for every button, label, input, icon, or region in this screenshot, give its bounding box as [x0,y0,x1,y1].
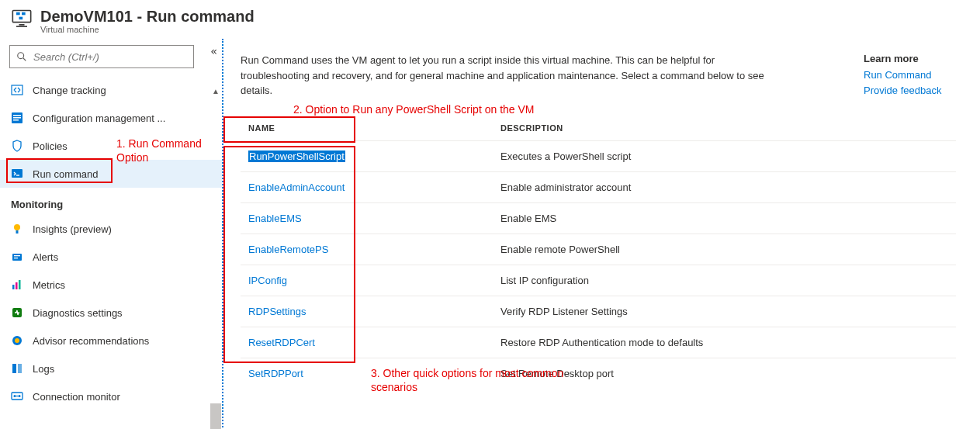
svg-point-6 [18,53,24,59]
command-name[interactable]: IPConfig [248,275,287,286]
vm-icon [11,8,33,29]
command-name[interactable]: RDPSettings [248,306,306,317]
table-row[interactable]: ResetRDPCertRestore RDP Authentication m… [241,327,956,358]
svg-rect-4 [19,24,25,26]
svg-rect-3 [19,17,23,20]
command-description-cell: Executes a PowerShell script [493,140,956,171]
connection-monitor-icon [11,390,23,403]
command-name[interactable]: EnableRemotePS [248,244,328,255]
table-row[interactable]: RDPSettingsVerify RDP Listener Settings [241,296,956,327]
command-name[interactable]: EnableAdminAccount [248,182,345,193]
svg-rect-20 [12,285,15,289]
diagnostics-icon [11,306,23,319]
table-row[interactable]: EnableEMSEnable EMS [241,202,956,234]
svg-rect-27 [18,364,22,373]
alerts-icon [11,251,23,263]
scroll-thumb[interactable] [210,403,221,429]
main-content: Run Command uses the VM agent to let you… [223,39,980,429]
learn-link-feedback[interactable]: Provide feedback [864,83,964,99]
sidebar-search[interactable] [9,45,194,68]
svg-rect-17 [12,254,22,261]
command-description-cell: Enable remote PowerShell [493,234,956,265]
sidebar-item-label: Advisor recommendations [33,335,149,347]
sidebar-item-label: Configuration management ... [33,112,165,124]
command-description-cell: Enable administrator account [493,171,956,202]
sidebar-item-label: Diagnostics settings [33,307,123,319]
svg-rect-19 [14,258,18,258]
table-row[interactable]: SetRDPPortSet Remote Desktop port [241,358,956,389]
sidebar-item-label: Insights (preview) [33,223,112,235]
command-name-cell: EnableAdminAccount [241,171,493,202]
svg-rect-18 [14,255,20,256]
sidebar-item-label: Metrics [33,279,65,291]
command-description-cell: Restore RDP Authentication mode to defau… [493,327,956,358]
sidebar-item-label: Policies [33,140,68,152]
svg-point-15 [14,224,20,230]
command-name[interactable]: ResetRDPCert [248,337,315,348]
intro-text: Run Command uses the VM agent to let you… [241,53,784,99]
table-row[interactable]: EnableRemotePSEnable remote PowerShell [241,234,956,265]
sidebar-item-alerts[interactable]: Alerts [0,243,222,271]
svg-point-30 [19,395,21,397]
search-input[interactable] [32,50,187,64]
collapse-sidebar-button[interactable]: « [211,45,217,57]
sidebar-item-label: Run command [33,168,99,180]
command-name[interactable]: EnableEMS [248,213,302,224]
svg-rect-10 [13,115,21,116]
svg-rect-16 [16,230,19,234]
svg-rect-12 [13,119,19,121]
svg-rect-11 [13,117,21,119]
sidebar-item-policies[interactable]: Policies [0,132,222,160]
svg-rect-0 [12,11,30,22]
table-row[interactable]: EnableAdminAccountEnable administrator a… [241,171,956,202]
svg-point-29 [14,395,16,397]
sidebar-item-change-tracking[interactable]: Change tracking [0,76,222,104]
learn-more-header: Learn more [864,53,964,64]
command-name[interactable]: SetRDPPort [248,368,303,379]
commands-table: NAME DESCRIPTION RunPowerShellScriptExec… [241,119,956,389]
sidebar-item-label: Change tracking [33,85,106,96]
table-row[interactable]: RunPowerShellScriptExecutes a PowerShell… [241,140,956,171]
sidebar-item-metrics[interactable]: Metrics [0,271,222,299]
scroll-up-arrow[interactable]: ▲ [212,85,220,98]
sidebar-item-connection-monitor[interactable]: Connection monitor [0,382,222,410]
svg-point-25 [15,338,19,343]
sidebar-scrollbar[interactable]: ▲ [210,85,222,429]
sidebar-item-run-command[interactable]: Run command [0,160,222,188]
command-name-cell: IPConfig [241,265,493,296]
command-name-cell: EnableRemotePS [241,234,493,265]
command-name-cell: ResetRDPCert [241,327,493,358]
annotation-text-2: 2. Option to Run any PowerShell Script o… [293,102,535,116]
sidebar-item-config-management[interactable]: Configuration management ... [0,104,222,132]
command-description-cell: Verify RDP Listener Settings [493,296,956,327]
learn-link-run-command[interactable]: Run Command [864,67,964,83]
config-icon [11,112,23,124]
page-title: DemoVM101 - Run command [40,8,255,25]
sidebar-item-label: Connection monitor [33,391,120,403]
command-description-cell: Set Remote Desktop port [493,358,956,389]
sidebar-item-advisor[interactable]: Advisor recommendations [0,327,222,355]
run-command-icon [11,168,23,180]
svg-rect-5 [16,26,27,27]
command-name-cell: EnableEMS [241,202,493,234]
page-subtitle: Virtual machine [40,25,255,34]
svg-rect-8 [12,85,23,95]
command-description-cell: Enable EMS [493,202,956,234]
svg-rect-1 [16,12,20,15]
table-row[interactable]: IPConfigList IP configuration [241,265,956,296]
logs-icon [11,362,23,375]
svg-rect-13 [12,169,23,178]
sidebar-item-insights[interactable]: Insights (preview) [0,215,222,243]
svg-rect-2 [22,12,26,15]
svg-rect-22 [19,280,21,289]
change-tracking-icon [11,84,23,96]
column-header-description[interactable]: DESCRIPTION [493,119,956,141]
command-name-cell: RDPSettings [241,296,493,327]
sidebar-item-logs[interactable]: Logs [0,355,222,382]
column-header-name[interactable]: NAME [241,119,493,141]
svg-rect-21 [16,282,18,289]
search-icon [16,51,27,62]
sidebar-item-diagnostics[interactable]: Diagnostics settings [0,299,222,327]
sidebar: « Change tracking Configuration manageme… [0,39,223,429]
command-name[interactable]: RunPowerShellScript [248,150,345,162]
